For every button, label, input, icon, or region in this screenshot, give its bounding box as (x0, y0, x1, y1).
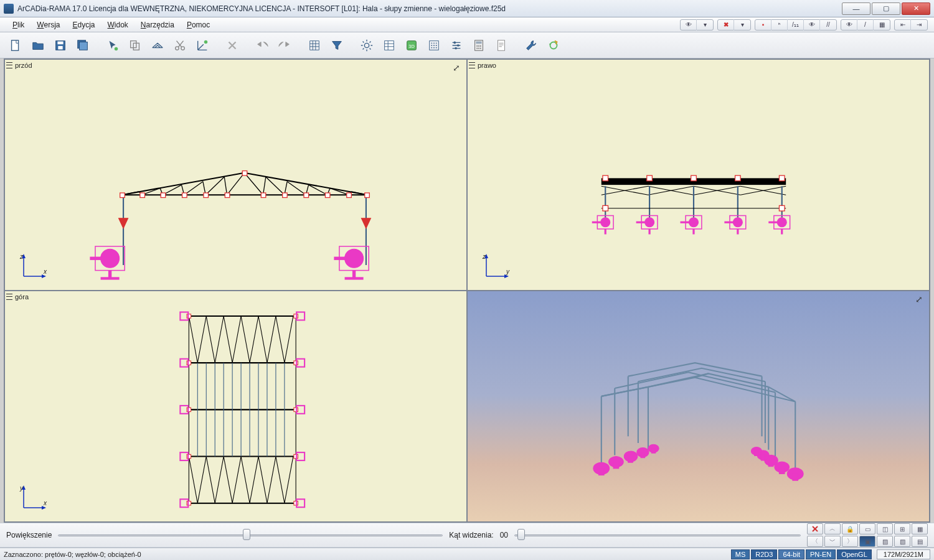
filter-button[interactable] (326, 35, 347, 56)
delete-button[interactable] (222, 35, 243, 56)
menu-plik[interactable]: Plik (6, 19, 31, 30)
status-tag-opengl: OpenGL (837, 549, 872, 559)
collapse-left-icon[interactable]: ⇤ (895, 19, 911, 30)
svg-rect-70 (225, 193, 230, 198)
save-as-button[interactable] (72, 35, 93, 56)
save-file-button[interactable] (50, 35, 71, 56)
view-wire-icon[interactable]: ▨ (877, 536, 893, 547)
layout-3-icon[interactable]: ⊞ (894, 523, 910, 534)
svg-rect-112 (647, 175, 653, 181)
calculator-button[interactable] (468, 35, 489, 56)
viewport-3d[interactable] (467, 291, 930, 522)
svg-rect-193 (613, 462, 619, 469)
new-file-button[interactable] (5, 35, 26, 56)
grid-slash-icon[interactable]: / (857, 19, 874, 30)
viewport-handle-icon[interactable] (6, 61, 12, 70)
layout-4-icon[interactable]: ▦ (912, 523, 928, 534)
nav-cross-icon[interactable] (807, 523, 823, 534)
grid-pattern-icon[interactable]: ▦ (874, 19, 890, 30)
svg-point-86 (345, 249, 364, 268)
matrix-button[interactable] (423, 35, 445, 56)
marker-slash2-icon[interactable]: // (820, 19, 836, 30)
svg-text:3D: 3D (408, 43, 414, 49)
axis-indicator-zx: zx (19, 253, 47, 281)
axes-add-button[interactable] (192, 35, 213, 56)
table-button[interactable] (379, 35, 400, 56)
collapse-right-icon[interactable]: ⇥ (911, 19, 927, 30)
marker-n-icon[interactable]: ⁿ (771, 19, 788, 30)
svg-point-12 (364, 43, 369, 47)
menu-pomoc[interactable]: Pomoc (181, 19, 216, 30)
svg-point-123 (645, 218, 654, 227)
menu-edycja[interactable]: Edycja (66, 19, 101, 30)
svg-rect-191 (598, 469, 604, 475)
zoom-slider[interactable] (58, 530, 443, 540)
report-button[interactable] (491, 35, 512, 56)
fov-slider[interactable] (514, 530, 801, 540)
maximize-button[interactable]: ▢ (872, 2, 900, 15)
axes-x-icon[interactable]: ✖ (718, 19, 734, 30)
viewport-handle-icon[interactable] (6, 292, 12, 301)
cut-button[interactable] (169, 35, 191, 56)
select-arrow-button[interactable] (102, 35, 123, 56)
undo-button[interactable] (252, 35, 273, 56)
view-hidden-icon[interactable]: ▤ (912, 536, 928, 547)
svg-point-20 (431, 45, 432, 46)
nav-left-icon[interactable]: 〈 (807, 536, 823, 547)
axis-indicator-zy: zy (481, 253, 510, 281)
sliders-button[interactable] (446, 35, 467, 56)
axes-dropdown-icon[interactable]: ▾ (734, 19, 750, 30)
menu-widok[interactable]: Widok (101, 19, 134, 30)
svg-point-18 (433, 42, 435, 44)
svg-line-187 (601, 387, 648, 396)
nav-right-icon[interactable]: 〉 (842, 536, 858, 547)
svg-rect-209 (755, 451, 758, 456)
status-tag-ms: MS (731, 549, 750, 559)
view-solid-icon[interactable]: ▣ (859, 536, 875, 547)
view3d-button[interactable]: 3D (401, 35, 422, 56)
svg-rect-195 (628, 457, 633, 463)
svg-point-34 (476, 47, 478, 49)
marker-square-icon[interactable]: ▪ (755, 19, 771, 30)
viewport-right[interactable]: prawo (467, 59, 930, 291)
svg-point-127 (689, 218, 698, 227)
svg-text:y: y (506, 268, 510, 275)
gear-button[interactable] (356, 35, 377, 56)
svg-rect-203 (779, 467, 785, 474)
nav-down-icon[interactable]: ﹀ (824, 536, 841, 547)
svg-rect-111 (603, 175, 608, 181)
svg-rect-13 (385, 40, 394, 50)
minimize-button[interactable]: — (842, 2, 870, 15)
svg-rect-68 (182, 193, 187, 198)
nav-lock-icon[interactable]: 🔒 (842, 523, 858, 534)
view-shade-icon[interactable]: ▧ (894, 536, 910, 547)
nav-up-icon[interactable]: ︿ (824, 523, 841, 534)
viewport-front-label: przód (15, 62, 32, 69)
display-dropdown-icon[interactable]: ▾ (697, 19, 713, 30)
menu-wersja[interactable]: Wersja (31, 19, 66, 30)
viewport-top[interactable]: góra (4, 291, 467, 522)
close-button[interactable]: ✕ (902, 2, 930, 15)
expand-icon[interactable] (915, 294, 925, 304)
viewport-front[interactable]: przód (4, 59, 467, 291)
wrench-button[interactable] (521, 35, 542, 56)
viewport-handle-icon[interactable] (469, 61, 475, 70)
grid-button[interactable] (304, 35, 325, 56)
menu-narzedzia[interactable]: Narzędzia (134, 19, 181, 30)
svg-point-27 (457, 44, 460, 47)
grid-eye-icon[interactable]: 👁 (841, 19, 857, 30)
copy-button[interactable] (125, 35, 146, 56)
svg-rect-37 (498, 40, 505, 50)
expand-icon[interactable] (453, 62, 463, 72)
status-bar: Zaznaczono: prętów-0; węzłów-0; obciążeń… (0, 548, 934, 560)
truss-button[interactable] (147, 35, 168, 56)
marker-eye-icon[interactable]: 👁 (804, 19, 820, 30)
svg-rect-205 (768, 460, 773, 467)
redo-button[interactable] (274, 35, 295, 56)
open-file-button[interactable] (27, 35, 49, 56)
layout-2-icon[interactable]: ◫ (877, 523, 893, 534)
marker-slash-icon[interactable]: /₁₁ (788, 19, 804, 30)
refresh-button[interactable] (543, 35, 564, 56)
layout-1-icon[interactable]: ▭ (859, 523, 875, 534)
display-eye-icon[interactable]: 👁 (681, 19, 697, 30)
